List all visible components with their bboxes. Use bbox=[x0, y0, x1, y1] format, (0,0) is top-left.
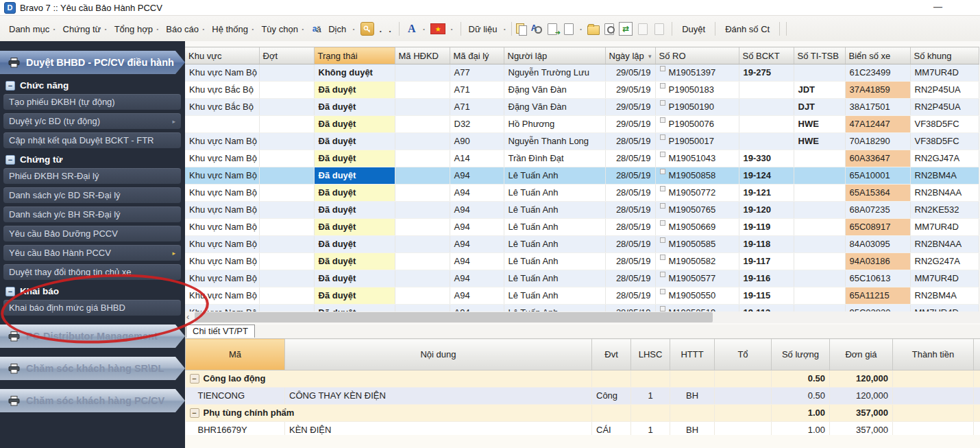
column-header[interactable]: Mã HĐKD bbox=[395, 47, 450, 64]
column-header[interactable]: Mã đại lý bbox=[450, 47, 504, 64]
font-icon[interactable]: A bbox=[406, 23, 418, 35]
table-cell[interactable] bbox=[185, 116, 259, 133]
table-cell[interactable] bbox=[395, 287, 450, 305]
table-cell[interactable]: Khu vực Nam Bộ bbox=[185, 133, 259, 150]
sidebar-item[interactable]: Yêu cầu Bảo Hành PCCV▸ bbox=[3, 245, 181, 261]
table-cell[interactable]: 19-119 bbox=[739, 219, 794, 236]
detail-column-header[interactable]: Nội dung bbox=[285, 339, 592, 370]
menu-item[interactable]: Tùy chọn· bbox=[258, 22, 308, 36]
table-cell[interactable] bbox=[794, 202, 845, 219]
table-cell[interactable]: M19051397 bbox=[655, 64, 739, 82]
sidebar-section-title[interactable]: −Chứng từ bbox=[5, 154, 185, 165]
collapse-icon[interactable]: − bbox=[5, 155, 15, 165]
table-row[interactable]: Khu vực Nam BộĐã duyệtA94Lê Tuấn Anh28/0… bbox=[185, 270, 979, 287]
table-row[interactable]: Khu vực Nam BộKhông duyệtA77Nguyễn Trườn… bbox=[185, 64, 979, 82]
table-cell[interactable]: A94 bbox=[450, 236, 504, 253]
table-cell[interactable]: 28/05/19 bbox=[605, 219, 655, 236]
table-cell[interactable]: 28/05/19 bbox=[605, 270, 655, 287]
table-cell[interactable]: Khu vực Nam Bộ bbox=[185, 236, 259, 253]
table-cell[interactable]: 37A41859 bbox=[845, 82, 910, 99]
table-cell[interactable]: M19050582 bbox=[655, 253, 739, 270]
table-cell[interactable]: D32 bbox=[450, 116, 504, 133]
table-cell[interactable]: Lê Tuấn Anh bbox=[504, 202, 605, 219]
table-cell[interactable]: 19-275 bbox=[739, 64, 794, 82]
sidebar-section-title[interactable]: −Khai báo bbox=[5, 286, 185, 296]
find-text-icon[interactable]: A bbox=[531, 23, 542, 34]
table-cell[interactable]: M19050765 bbox=[655, 202, 739, 219]
table-cell[interactable]: 60A33647 bbox=[845, 150, 910, 167]
table-cell[interactable]: 19-120 bbox=[739, 202, 794, 219]
table-cell[interactable]: 28/05/19 bbox=[605, 185, 655, 202]
table-cell[interactable] bbox=[259, 167, 314, 185]
table-cell[interactable] bbox=[259, 185, 314, 202]
scroll-left-arrow-icon[interactable]: ‹ bbox=[186, 311, 189, 322]
table-cell[interactable]: 28/05/19 bbox=[605, 287, 655, 305]
detail-cell[interactable]: 357,000 bbox=[830, 405, 893, 422]
detail-cell[interactable]: 0.50 bbox=[772, 370, 830, 388]
detail-cell[interactable] bbox=[893, 370, 974, 388]
detail-cell[interactable] bbox=[670, 370, 715, 388]
column-header[interactable]: Số RO bbox=[655, 47, 739, 64]
table-cell[interactable]: Đặng Văn Đàn bbox=[504, 99, 605, 116]
detail-cell[interactable]: 0.50 bbox=[772, 388, 830, 405]
table-cell[interactable]: Không duyệt bbox=[314, 64, 395, 82]
document-export-icon[interactable]: ➜ bbox=[546, 23, 559, 35]
vietnam-flag-icon[interactable]: ★ bbox=[430, 23, 445, 34]
table-cell[interactable]: 65A15364 bbox=[845, 185, 910, 202]
table-cell[interactable]: Khu vực Bắc Bộ bbox=[185, 99, 259, 116]
table-cell[interactable]: Hồ Phương bbox=[504, 116, 605, 133]
table-cell[interactable]: 68A07235 bbox=[845, 202, 910, 219]
detail-cell[interactable] bbox=[631, 370, 670, 388]
table-cell[interactable]: 65A11215 bbox=[845, 287, 910, 305]
horizontal-scrollbar[interactable]: ‹ bbox=[185, 311, 980, 323]
table-cell[interactable] bbox=[259, 99, 314, 116]
table-cell[interactable] bbox=[259, 133, 314, 150]
table-cell[interactable]: 84A03095 bbox=[845, 236, 910, 253]
detail-cell[interactable] bbox=[715, 370, 772, 388]
preview-icon[interactable] bbox=[604, 23, 615, 34]
column-header[interactable]: Trạng thái bbox=[314, 47, 395, 64]
detail-cell[interactable] bbox=[715, 388, 772, 405]
table-cell[interactable]: M19050577 bbox=[655, 270, 739, 287]
table-cell[interactable] bbox=[794, 270, 845, 287]
detail-column-header[interactable]: Mã bbox=[186, 339, 285, 370]
detail-cell[interactable]: 120,000 bbox=[830, 370, 893, 388]
translate-icon[interactable]: aǎ bbox=[310, 23, 323, 35]
sidebar-module-header[interactable]: Duyệt BHBD - PC/CV điều hành bbox=[0, 51, 185, 74]
minimize-button[interactable]: — bbox=[933, 1, 942, 12]
table-cell[interactable]: Khu vực Nam Bộ bbox=[185, 202, 259, 219]
detail-cell[interactable]: BH bbox=[670, 388, 715, 405]
table-cell[interactable]: RN2P45UA bbox=[910, 82, 979, 99]
detail-cell[interactable] bbox=[631, 405, 670, 422]
detail-column-header[interactable]: HTTT bbox=[670, 339, 715, 370]
table-cell[interactable]: Đã duyệt bbox=[314, 202, 395, 219]
table-cell[interactable]: 19-116 bbox=[739, 270, 794, 287]
table-cell[interactable]: Trần Đình Đạt bbox=[504, 150, 605, 167]
detail-cell[interactable]: 120,000 bbox=[830, 388, 893, 405]
table-cell[interactable]: A77 bbox=[450, 64, 504, 82]
column-header[interactable]: Người lập bbox=[504, 47, 605, 64]
table-cell[interactable]: A94 bbox=[450, 219, 504, 236]
sidebar-section-title[interactable]: −Chức năng bbox=[5, 80, 185, 91]
table-row[interactable]: Khu vực Bắc BộĐã duyệtA71Đặng Văn Đàn29/… bbox=[185, 82, 979, 99]
column-header[interactable]: Biển số xe bbox=[845, 47, 910, 64]
table-cell[interactable] bbox=[794, 64, 845, 82]
detail-group-cell[interactable]: −Công lao động bbox=[186, 370, 592, 388]
sidebar-item[interactable]: Phiếu ĐKBH SR-Đại lý bbox=[3, 168, 181, 184]
table-cell[interactable] bbox=[395, 116, 450, 133]
table-cell[interactable]: RN2BN4AA bbox=[910, 236, 979, 253]
detail-cell[interactable]: 1 bbox=[631, 388, 670, 405]
scrollbar-thumb[interactable] bbox=[195, 312, 713, 322]
table-cell[interactable]: A94 bbox=[450, 270, 504, 287]
detail-item-row[interactable]: TIENCONGCÔNG THAY KÈN ĐIỆNCông1BH0.50120… bbox=[186, 388, 980, 405]
table-cell[interactable]: RN2P45UA bbox=[910, 99, 979, 116]
table-cell[interactable]: 38A17501 bbox=[845, 99, 910, 116]
menu-item[interactable]: Chứng từ· bbox=[60, 22, 111, 36]
table-cell[interactable] bbox=[395, 133, 450, 150]
menu-dich[interactable]: Dịch bbox=[326, 22, 349, 36]
table-cell[interactable]: A71 bbox=[450, 82, 504, 99]
table-cell[interactable]: Đặng Văn Đàn bbox=[504, 82, 605, 99]
detail-cell[interactable] bbox=[670, 405, 715, 422]
table-cell[interactable] bbox=[259, 270, 314, 287]
collapse-icon[interactable]: − bbox=[5, 287, 15, 296]
